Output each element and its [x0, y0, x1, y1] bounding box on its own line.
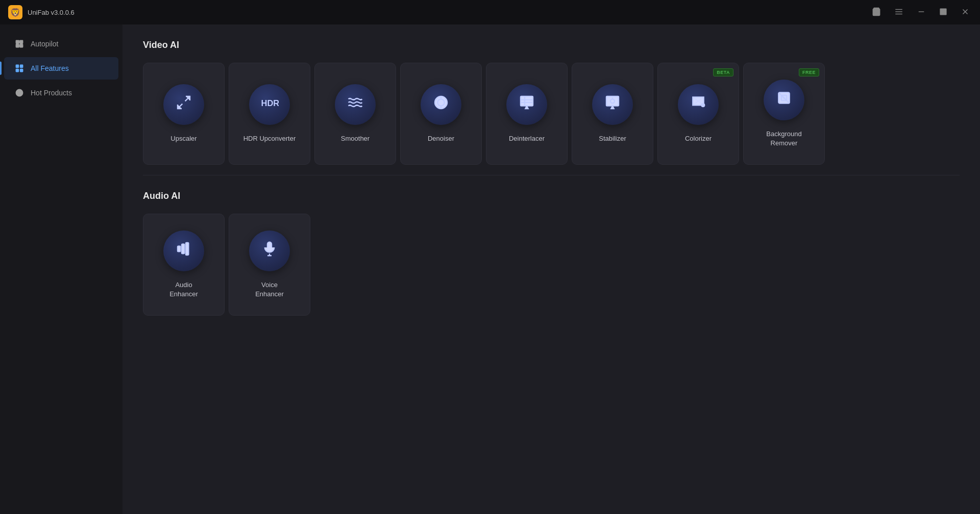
svg-rect-16 [20, 69, 23, 72]
upscaler-label: Upscaler [165, 134, 202, 143]
svg-rect-14 [20, 65, 23, 67]
voice-enhance-icon-wrap [249, 230, 290, 271]
titlebar-left: 🦁 UniFab v3.0.0.6 [8, 5, 75, 19]
smoother-label: Smoother [336, 134, 375, 143]
denoiser-card[interactable]: Denoiser [400, 63, 482, 165]
store-button[interactable] [870, 5, 883, 20]
hot-products-icon [14, 88, 24, 98]
titlebar-controls [870, 5, 972, 20]
voice-enhance-card[interactable]: Voice Enhancer [229, 214, 310, 316]
main-layout: Autopilot All Features Hot Products [0, 24, 980, 514]
svg-rect-12 [20, 44, 23, 47]
hdr-icon: HDR [260, 96, 279, 113]
free-badge: FREE [799, 68, 819, 76]
video-ai-section: Video AI Upscaler [143, 40, 960, 165]
svg-rect-26 [521, 96, 533, 106]
svg-rect-6 [942, 10, 945, 13]
sidebar-label-all-features: All Features [31, 64, 69, 72]
beta-badge: BETA [713, 68, 733, 76]
content-area: Video AI Upscaler [122, 24, 980, 514]
audio-enhance-label: Audio Enhancer [164, 280, 203, 299]
svg-point-33 [610, 99, 615, 104]
video-ai-title: Video AI [143, 40, 960, 50]
stabilizer-icon [604, 94, 621, 114]
hdr-icon-wrap: HDR [249, 84, 290, 125]
audio-ai-grid: Audio Enhancer V [143, 214, 960, 316]
denoiser-icon-wrap [421, 84, 461, 125]
minimize-button[interactable] [915, 5, 928, 20]
smoother-card[interactable]: Smoother [314, 63, 396, 165]
denoiser-label: Denoiser [423, 134, 459, 143]
titlebar: 🦁 UniFab v3.0.0.6 [0, 0, 980, 24]
restore-button[interactable] [937, 6, 949, 19]
svg-rect-11 [16, 44, 19, 47]
voice-enhance-icon [261, 241, 278, 261]
svg-rect-9 [16, 40, 19, 43]
bg-remover-icon [776, 90, 792, 110]
colorizer-icon [690, 94, 706, 114]
stabilizer-card[interactable]: Stabilizer [572, 63, 653, 165]
upscaler-icon-wrap [163, 84, 204, 125]
menu-button[interactable] [892, 5, 905, 20]
colorizer-icon-wrap [678, 84, 719, 125]
audio-enhance-card[interactable]: Audio Enhancer [143, 214, 225, 316]
svg-rect-39 [178, 246, 180, 252]
svg-rect-40 [182, 244, 184, 254]
upscaler-card[interactable]: Upscaler [143, 63, 225, 165]
svg-point-23 [437, 99, 444, 106]
smoother-icon [347, 94, 363, 114]
bg-remover-label: Background Remover [761, 130, 806, 148]
colorizer-card[interactable]: BETA Colorizer [657, 63, 739, 165]
deinterlacer-card[interactable]: Deinterlacer [486, 63, 568, 165]
stabilizer-label: Stabilizer [594, 134, 631, 143]
background-remover-card[interactable]: FREE Background Remover [743, 63, 825, 165]
stabilizer-icon-wrap [592, 84, 633, 125]
autopilot-icon [14, 39, 24, 49]
colorizer-label: Colorizer [680, 134, 717, 143]
deinterlacer-icon [519, 94, 535, 114]
sidebar-label-hot-products: Hot Products [31, 89, 72, 97]
smoother-icon-wrap [335, 84, 376, 125]
hdr-upconverter-card[interactable]: HDR HDR Upconverter [229, 63, 310, 165]
sidebar: Autopilot All Features Hot Products [0, 24, 122, 514]
audio-enhance-icon-wrap [163, 230, 204, 271]
sidebar-label-autopilot: Autopilot [31, 40, 58, 48]
svg-rect-15 [16, 69, 18, 72]
sidebar-item-autopilot[interactable]: Autopilot [4, 33, 118, 55]
audio-ai-section: Audio AI Audio Enhancer [143, 191, 960, 316]
svg-rect-13 [16, 65, 18, 67]
hdr-label: HDR Upconverter [238, 134, 301, 143]
app-logo: 🦁 [8, 5, 22, 19]
svg-point-18 [18, 91, 21, 94]
svg-rect-41 [186, 243, 188, 255]
deinterlacer-label: Deinterlacer [504, 134, 550, 143]
voice-enhance-label: Voice Enhancer [250, 280, 289, 299]
section-divider [143, 175, 960, 175]
deinterlacer-icon-wrap [506, 84, 547, 125]
svg-text:HDR: HDR [261, 98, 279, 108]
svg-rect-10 [20, 40, 23, 43]
bg-remover-icon-wrap [764, 80, 804, 120]
app-title: UniFab v3.0.0.6 [28, 9, 75, 16]
audio-enhance-icon [176, 241, 192, 261]
close-button[interactable] [959, 5, 972, 20]
svg-point-35 [701, 104, 705, 108]
audio-ai-title: Audio AI [143, 191, 960, 201]
upscaler-icon [176, 94, 192, 114]
denoiser-icon [433, 94, 449, 114]
sidebar-item-all-features[interactable]: All Features [4, 57, 118, 80]
sidebar-item-hot-products[interactable]: Hot Products [4, 82, 118, 104]
video-ai-grid: Upscaler HDR HDR Upconverter [143, 63, 960, 165]
svg-rect-38 [781, 95, 787, 101]
grid-icon [14, 63, 24, 73]
